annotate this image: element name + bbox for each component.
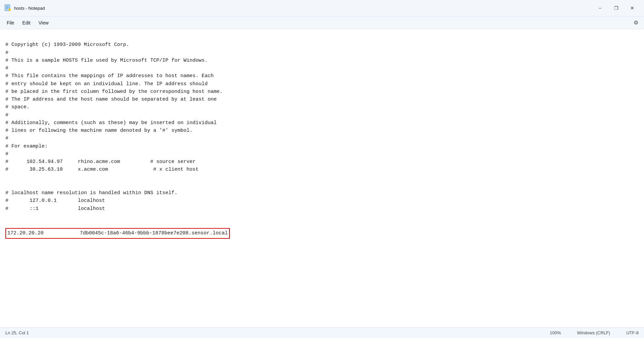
line-12: # lines or following the machine name de… bbox=[5, 128, 193, 133]
zoom-level: 100% bbox=[550, 330, 561, 335]
line-17: # 38.25.63.10 x.acme.com # x client host bbox=[5, 167, 199, 172]
text-editor-area[interactable]: # Copyright (c) 1993-2009 Microsoft Corp… bbox=[0, 29, 644, 327]
line-6: # entry should be kept on an individual … bbox=[5, 81, 208, 87]
close-button[interactable]: ✕ bbox=[625, 3, 640, 13]
window-controls: − ❐ ✕ bbox=[592, 3, 640, 13]
line-11: # Additionally, comments (such as these)… bbox=[5, 120, 217, 126]
line-15: # bbox=[5, 151, 8, 157]
title-bar: hosts - Notepad − ❐ ✕ bbox=[0, 0, 644, 16]
minimize-button[interactable]: − bbox=[592, 3, 608, 13]
settings-icon[interactable]: ⚙ bbox=[631, 17, 641, 28]
line-1: # Copyright (c) 1993-2009 Microsoft Corp… bbox=[5, 42, 129, 48]
status-bar: Ln 25, Col 1 100% Windows (CRLF) UTF-8 bbox=[0, 327, 644, 338]
menu-file[interactable]: File bbox=[3, 19, 18, 27]
line-9: # space. bbox=[5, 104, 30, 110]
menu-view[interactable]: View bbox=[35, 19, 53, 27]
line-16: # 102.54.94.97 rhino.acme.com # source s… bbox=[5, 159, 196, 165]
line-4: # bbox=[5, 65, 8, 71]
cursor-position-text: Ln 25, Col 1 bbox=[5, 330, 29, 335]
file-content: # Copyright (c) 1993-2009 Microsoft Corp… bbox=[5, 33, 639, 239]
notepad-icon bbox=[4, 4, 11, 12]
menu-bar: File Edit View ⚙ bbox=[0, 16, 644, 29]
status-bar-right: 100% Windows (CRLF) UTF-8 bbox=[550, 330, 639, 335]
menu-edit[interactable]: Edit bbox=[18, 19, 35, 27]
line-20: # 127.0.0.1 localhost bbox=[5, 198, 105, 204]
line-19: # localhost name resolution is handled w… bbox=[5, 190, 177, 196]
line-21: # ::1 localhost bbox=[5, 206, 105, 212]
line-14: # For example: bbox=[5, 144, 48, 149]
line-3: # This is a sample HOSTS file used by Mi… bbox=[5, 58, 208, 63]
line-10: # bbox=[5, 112, 8, 118]
line-ending: Windows (CRLF) bbox=[577, 330, 610, 335]
svg-rect-6 bbox=[9, 9, 10, 11]
maximize-button[interactable]: ❐ bbox=[608, 3, 624, 13]
notepad-window: hosts - Notepad − ❐ ✕ File Edit View ⚙ #… bbox=[0, 0, 644, 338]
line-7: # be placed in the first column followed… bbox=[5, 89, 223, 95]
line-5: # This file contains the mappings of IP … bbox=[5, 73, 214, 79]
highlighted-hosts-entry: 172.20.20.20 7db0045c-18a6-46b4-9bbb-187… bbox=[5, 228, 230, 238]
line-13: # bbox=[5, 135, 8, 141]
encoding: UTF-8 bbox=[626, 330, 639, 335]
cursor-position: Ln 25, Col 1 bbox=[5, 330, 550, 335]
window-title: hosts - Notepad bbox=[14, 6, 592, 11]
line-8: # The IP address and the host name shoul… bbox=[5, 97, 217, 102]
line-2: # bbox=[5, 50, 8, 56]
